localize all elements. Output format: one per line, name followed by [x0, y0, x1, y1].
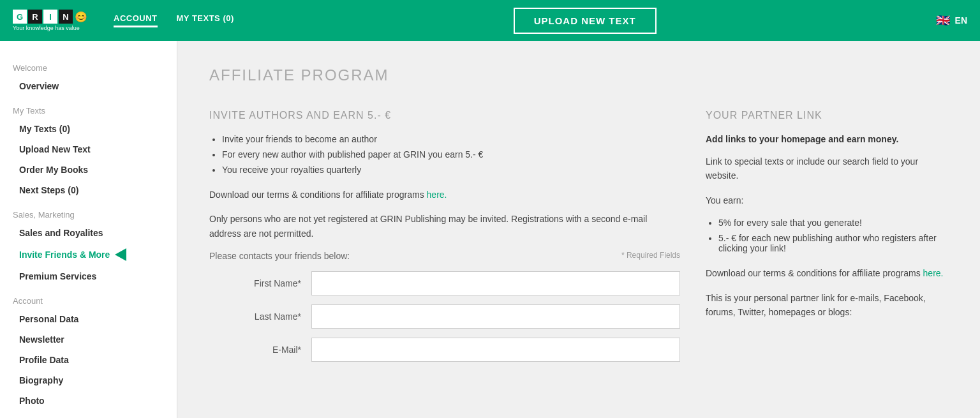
partner-terms-link[interactable]: here. — [923, 268, 944, 278]
form-row-first-name: First Name* — [209, 271, 680, 295]
sidebar-item-my-texts[interactable]: My Texts (0) — [0, 119, 177, 139]
invite-section-title: INVITE AUTHORS AND EARN 5.- € — [209, 110, 680, 121]
sidebar-item-photo[interactable]: Photo — [0, 391, 177, 411]
sidebar-item-newsletter[interactable]: Newsletter — [0, 329, 177, 350]
logo-i: I — [43, 10, 57, 24]
sidebar-item-personal-data[interactable]: Personal Data — [0, 309, 177, 329]
flag-icon: 🇬🇧 — [936, 13, 950, 27]
you-earn-label: You earn: — [706, 193, 948, 207]
upload-new-text-button[interactable]: UPLOAD NEW TEXT — [514, 8, 657, 34]
first-name-input[interactable] — [311, 271, 680, 295]
nav-links: ACCOUNT MY TEXTS (0) — [114, 13, 234, 27]
sidebar-item-premium-services[interactable]: Premium Services — [0, 266, 177, 287]
language-label[interactable]: EN — [955, 15, 967, 26]
first-name-label: First Name* — [209, 278, 311, 288]
sidebar-item-biography[interactable]: Biography — [0, 370, 177, 391]
partner-section-title: YOUR PARTNER LINK — [706, 110, 948, 121]
form-title: Please contacts your friends below: * Re… — [209, 251, 680, 261]
bullet-3: You receive your royalties quarterly — [222, 165, 680, 175]
partner-section: YOUR PARTNER LINK Add links to your home… — [706, 110, 948, 371]
content-grid: INVITE AUTHORS AND EARN 5.- € Invite you… — [209, 110, 948, 371]
nav-account[interactable]: ACCOUNT — [114, 13, 158, 27]
invite-friends-arrow-icon — [115, 248, 126, 261]
terms-link[interactable]: here. — [427, 190, 447, 200]
partner-subtitle: Add links to your homepage and earn mone… — [706, 134, 948, 144]
email-label: E-Mail* — [209, 345, 311, 355]
invite-bullets: Invite your friends to become an author … — [209, 134, 680, 175]
sidebar-item-profile-data[interactable]: Profile Data — [0, 350, 177, 370]
sidebar-section-account: Account — [0, 287, 177, 309]
personal-link-text: This is your personal partner link for e… — [706, 291, 948, 320]
logo-r: R — [28, 10, 42, 24]
nav-center: UPLOAD NEW TEXT — [253, 8, 917, 34]
sidebar-section-sales: Sales, Marketing — [0, 200, 177, 223]
logo-n: N — [59, 10, 73, 24]
sidebar-item-sales-royalties[interactable]: Sales and Royalites — [0, 223, 177, 243]
last-name-input[interactable] — [311, 304, 680, 329]
left-column: INVITE AUTHORS AND EARN 5.- € Invite you… — [209, 110, 680, 371]
sidebar-item-next-steps[interactable]: Next Steps (0) — [0, 180, 177, 200]
sidebar: Welcome Overview My Texts My Texts (0) U… — [0, 41, 177, 418]
nav-my-texts[interactable]: MY TEXTS (0) — [177, 13, 234, 27]
earn-bullet-2: 5.- € for each new publishing author who… — [718, 233, 948, 253]
logo-g: G — [13, 10, 27, 24]
email-input[interactable] — [311, 338, 680, 362]
page-layout: Welcome Overview My Texts My Texts (0) U… — [0, 41, 980, 418]
earn-bullet-1: 5% for every sale that you generate! — [718, 218, 948, 228]
top-navigation: G R I N 😊 Your knowledge has value ACCOU… — [0, 0, 980, 41]
required-note: * Required Fields — [621, 251, 680, 260]
bullet-1: Invite your friends to become an author — [222, 134, 680, 144]
form-row-last-name: Last Name* — [209, 304, 680, 329]
nav-right: 🇬🇧 EN — [936, 13, 967, 27]
sidebar-item-order-my-books[interactable]: Order My Books — [0, 160, 177, 180]
sidebar-section-welcome: Welcome — [0, 54, 177, 76]
earn-bullets: 5% for every sale that you generate! 5.-… — [706, 218, 948, 253]
main-content: AFFILIATE PROGRAM INVITE AUTHORS AND EAR… — [177, 41, 980, 418]
last-name-label: Last Name* — [209, 311, 311, 322]
logo[interactable]: G R I N 😊 Your knowledge has value — [13, 10, 88, 31]
notice-paragraph: Only persons who are not yet registered … — [209, 212, 680, 241]
partner-text1: Link to special texts or include our sea… — [706, 154, 948, 183]
page-title: AFFILIATE PROGRAM — [209, 66, 948, 84]
sidebar-item-upload-new-text[interactable]: Upload New Text — [0, 139, 177, 160]
terms-paragraph: Download our terms & conditions for affi… — [209, 188, 680, 202]
logo-smiley: 😊 — [74, 10, 88, 24]
sidebar-section-my-texts: My Texts — [0, 96, 177, 119]
sidebar-item-invite-friends[interactable]: Invite Friends & More — [0, 243, 177, 266]
partner-terms-paragraph: Download our terms & conditions for affi… — [706, 266, 948, 280]
logo-tagline: Your knowledge has value — [13, 25, 80, 31]
sidebar-item-overview[interactable]: Overview — [0, 76, 177, 96]
bullet-2: For every new author with published pape… — [222, 149, 680, 160]
form-row-email: E-Mail* — [209, 338, 680, 362]
